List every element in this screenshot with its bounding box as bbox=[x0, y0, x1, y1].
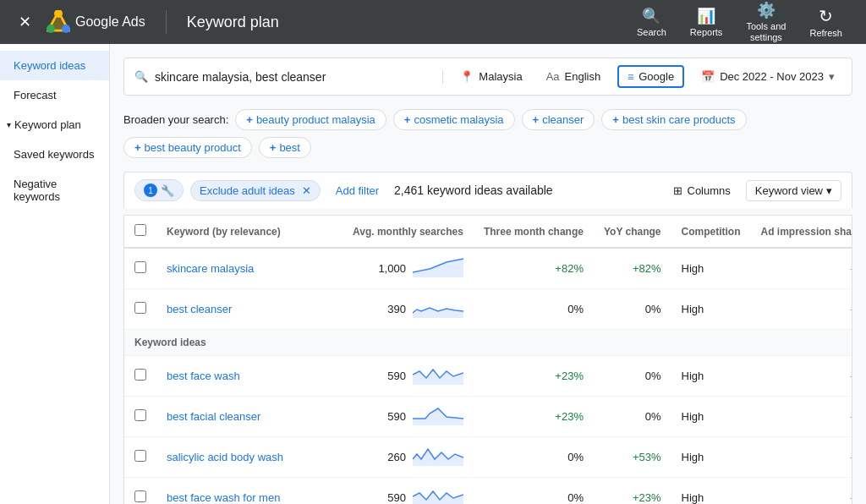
sparkline bbox=[413, 364, 463, 387]
sparkline bbox=[413, 405, 463, 428]
yoy-header[interactable]: YoY change bbox=[594, 216, 671, 248]
sidebar-item-forecast[interactable]: Forecast bbox=[0, 80, 109, 110]
competition-header[interactable]: Competition bbox=[671, 216, 751, 248]
search-nav-button[interactable]: 🔍 Search bbox=[627, 2, 677, 42]
row-checkbox[interactable] bbox=[134, 409, 146, 421]
impression-value: — bbox=[850, 451, 852, 463]
three-month-value: +23% bbox=[555, 370, 584, 382]
keyword-header[interactable]: Keyword (by relevance) bbox=[156, 216, 343, 248]
three-month-cell: +23% bbox=[474, 397, 594, 437]
calendar-icon: 📅 bbox=[701, 70, 715, 83]
broaden-tag-label-0: beauty product malaysia bbox=[256, 113, 375, 126]
broaden-tag-label-1: cosmetic malaysia bbox=[414, 113, 503, 126]
filter-robot-icon: 🔧 bbox=[161, 184, 174, 197]
keyword-search-input[interactable] bbox=[155, 70, 432, 84]
reports-nav-button[interactable]: 📊 Reports bbox=[680, 2, 733, 42]
yoy-cell: +23% bbox=[594, 478, 671, 505]
keyword-link[interactable]: salicylic acid body wash bbox=[167, 451, 283, 463]
plus-icon-5: + bbox=[270, 141, 277, 154]
keyword-view-label: Keyword view bbox=[755, 184, 823, 197]
keyword-view-dropdown-icon: ▾ bbox=[826, 184, 832, 197]
content-area: 🔍 📍 Malaysia Aa English ≡ Google 📅 Dec 2… bbox=[110, 44, 866, 504]
monthly-value: 390 bbox=[387, 303, 406, 315]
dropdown-icon: ▾ bbox=[829, 70, 835, 83]
row-checkbox[interactable] bbox=[134, 490, 146, 502]
engine-selector[interactable]: ≡ Google bbox=[617, 65, 684, 88]
google-icon: ≡ bbox=[628, 71, 633, 83]
tools-nav-label: Tools andsettings bbox=[746, 21, 786, 43]
columns-button[interactable]: ⊞ Columns bbox=[665, 181, 739, 200]
monthly-cell: 1,000 bbox=[343, 248, 474, 289]
search-nav-label: Search bbox=[637, 27, 666, 37]
broaden-tag-3[interactable]: + best skin care products bbox=[601, 109, 746, 130]
broaden-tag-4[interactable]: + best beauty product bbox=[123, 137, 252, 158]
keyword-link[interactable]: skincare malaysia bbox=[167, 262, 254, 275]
broaden-tag-1[interactable]: + cosmetic malaysia bbox=[393, 109, 515, 130]
three-month-header[interactable]: Three month change bbox=[474, 216, 594, 248]
page-title: Keyword plan bbox=[187, 14, 617, 31]
broaden-tag-0[interactable]: + beauty product malaysia bbox=[235, 109, 386, 130]
three-month-value: +82% bbox=[555, 262, 584, 275]
refresh-nav-button[interactable]: ↻ Refresh bbox=[799, 1, 852, 43]
sidebar-item-negative-keywords[interactable]: Negative keywords bbox=[0, 169, 109, 211]
row-checkbox-cell bbox=[124, 437, 156, 478]
three-month-value: 0% bbox=[567, 303, 584, 315]
impression-cell: — bbox=[751, 289, 852, 330]
nav-actions: 🔍 Search 📊 Reports ⚙️ Tools andsettings … bbox=[627, 0, 852, 48]
impression-cell: — bbox=[751, 397, 852, 437]
keyword-cell: best face wash for men bbox=[156, 478, 343, 505]
select-all-checkbox[interactable] bbox=[134, 224, 146, 236]
exclude-adult-label: Exclude adult ideas bbox=[200, 184, 295, 197]
table-header-row: Keyword (by relevance) Avg. monthly sear… bbox=[124, 216, 852, 248]
keyword-link[interactable]: best cleanser bbox=[167, 303, 232, 315]
competition-cell: High bbox=[671, 248, 751, 289]
select-all-header[interactable] bbox=[124, 216, 156, 248]
broaden-tag-2[interactable]: + cleanser bbox=[522, 109, 595, 130]
yoy-value: 0% bbox=[645, 303, 661, 315]
sidebar-item-keyword-ideas[interactable]: Keyword ideas bbox=[0, 51, 109, 80]
competition-value: High bbox=[682, 410, 704, 423]
tools-nav-button[interactable]: ⚙️ Tools andsettings bbox=[736, 0, 796, 48]
impression-header[interactable]: Ad impression share bbox=[751, 216, 852, 248]
language-selector[interactable]: Aa English bbox=[540, 70, 608, 83]
keyword-link[interactable]: best facial cleanser bbox=[167, 410, 260, 423]
three-month-cell: +82% bbox=[474, 248, 594, 289]
keyword-cell: best face wash bbox=[156, 356, 343, 397]
row-checkbox[interactable] bbox=[134, 369, 146, 381]
keyword-link[interactable]: best face wash for men bbox=[167, 491, 280, 504]
monthly-header[interactable]: Avg. monthly searches bbox=[343, 216, 474, 248]
yoy-cell: +53% bbox=[594, 437, 671, 478]
date-range-label: Dec 2022 - Nov 2023 bbox=[720, 70, 824, 83]
three-month-cell: 0% bbox=[474, 437, 594, 478]
row-checkbox[interactable] bbox=[134, 261, 146, 273]
location-selector[interactable]: 📍 Malaysia bbox=[453, 70, 529, 83]
add-filter-button[interactable]: Add filter bbox=[327, 181, 387, 200]
keyword-count: 2,461 keyword ideas available bbox=[394, 184, 553, 197]
row-checkbox[interactable] bbox=[134, 302, 146, 314]
row-checkbox[interactable] bbox=[134, 450, 146, 462]
broaden-tag-label-3: best skin care products bbox=[622, 113, 736, 126]
broaden-tag-5[interactable]: + best bbox=[259, 137, 311, 158]
impression-cell: — bbox=[751, 478, 852, 505]
broaden-label: Broaden your search: bbox=[123, 113, 228, 126]
sparkline bbox=[413, 298, 463, 320]
sidebar-item-keyword-plan[interactable]: ▾ Keyword plan bbox=[0, 110, 109, 140]
sparkline bbox=[413, 486, 463, 504]
refresh-nav-label: Refresh bbox=[809, 28, 842, 38]
keyword-view-button[interactable]: Keyword view ▾ bbox=[746, 180, 841, 201]
three-month-value: +23% bbox=[555, 410, 584, 423]
yoy-value: 0% bbox=[645, 410, 661, 423]
sidebar-item-saved-keywords[interactable]: Saved keywords bbox=[0, 140, 109, 169]
keyword-table-wrapper: Keyword (by relevance) Avg. monthly sear… bbox=[123, 215, 852, 504]
impression-value: — bbox=[850, 262, 852, 275]
exclude-adult-filter[interactable]: Exclude adult ideas ✕ bbox=[190, 180, 321, 201]
language-icon: Aa bbox=[546, 70, 560, 83]
keyword-link[interactable]: best face wash bbox=[167, 370, 240, 382]
close-button[interactable]: ✕ bbox=[14, 8, 36, 36]
table-row: best cleanser 390 0% 0% High — bbox=[124, 289, 852, 330]
yoy-value: +23% bbox=[633, 491, 661, 504]
remove-filter-icon[interactable]: ✕ bbox=[302, 184, 311, 197]
keyword-cell: best facial cleanser bbox=[156, 397, 343, 437]
sidebar: Keyword ideas Forecast ▾ Keyword plan Sa… bbox=[0, 44, 110, 504]
date-range-selector[interactable]: 📅 Dec 2022 - Nov 2023 ▾ bbox=[694, 70, 841, 83]
